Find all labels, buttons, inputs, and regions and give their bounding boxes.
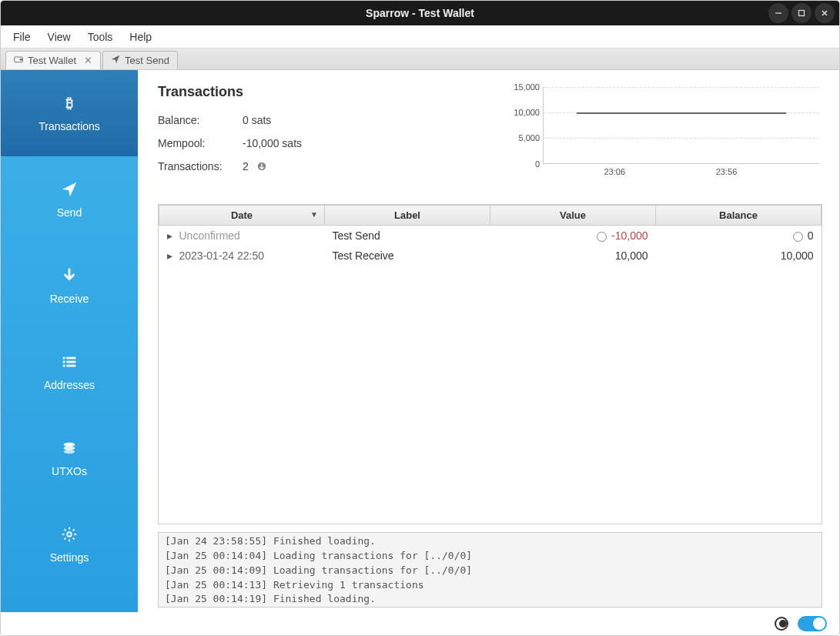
page-title: Transactions [158, 84, 481, 100]
col-date[interactable]: Date▼ [159, 206, 325, 226]
tab-label: Test Wallet [28, 55, 76, 66]
unconfirmed-ring-icon [597, 232, 607, 242]
theme-toggle-icon[interactable] [775, 617, 788, 631]
transactions-table: Date▼ Label Value Balance ▸Unconfirmed T… [158, 204, 822, 524]
send-icon [61, 181, 78, 200]
balance-chart: 15,000 10,000 5,000 0 23:06 23:56 [503, 84, 822, 184]
svg-rect-8 [66, 360, 75, 363]
receive-icon [61, 267, 78, 286]
document-tab-strip: Test Wallet ✕ Test Send [1, 49, 839, 70]
expand-icon[interactable]: ▸ [167, 249, 175, 262]
svg-rect-3 [20, 59, 23, 60]
titlebar: Sparrow - Test Wallet [1, 1, 839, 25]
chart-ytick: 5,000 [506, 133, 540, 142]
expand-icon[interactable]: ▸ [167, 229, 175, 242]
table-row[interactable]: ▸2023-01-24 22:50 Test Receive 10,000 10… [159, 246, 822, 266]
sidebar-item-label: Receive [50, 293, 89, 305]
svg-text:₿: ₿ [65, 95, 73, 111]
sidebar-item-transactions[interactable]: ₿ Transactions [1, 70, 138, 156]
balance-label: Balance: [158, 114, 243, 126]
list-icon [61, 353, 78, 373]
menubar: File View Tools Help [1, 25, 839, 49]
col-value[interactable]: Value [490, 206, 656, 226]
cell-balance: 0 [808, 229, 814, 242]
svg-rect-0 [775, 13, 781, 14]
window-title: Sparrow - Test Wallet [366, 7, 474, 19]
close-tab-icon[interactable]: ✕ [84, 55, 92, 66]
log-line: [Jan 25 00:14:13] Retrieving 1 transacti… [165, 579, 424, 591]
sidebar-item-addresses[interactable]: Addresses [1, 329, 138, 415]
log-console[interactable]: [Jan 24 23:58:55] Finished loading. [Jan… [158, 532, 822, 608]
chart-series-line [577, 112, 786, 114]
sort-desc-icon: ▼ [310, 210, 318, 219]
mempool-value: -10,000 sats [243, 137, 302, 149]
tab-test-wallet[interactable]: Test Wallet ✕ [5, 51, 101, 69]
maximize-button[interactable] [791, 3, 812, 23]
cell-value: -10,000 [611, 229, 648, 242]
mempool-label: Mempool: [158, 137, 243, 149]
cell-date: 2023-01-24 22:50 [179, 249, 265, 262]
sidebar-item-label: Transactions [38, 120, 100, 132]
svg-rect-6 [66, 356, 75, 359]
transactions-label: Transactions: [158, 160, 243, 172]
send-icon [111, 55, 120, 66]
cell-label: Test Receive [333, 249, 394, 262]
svg-point-13 [64, 449, 75, 454]
cell-date: Unconfirmed [179, 229, 240, 242]
table-row[interactable]: ▸Unconfirmed Test Send -10,000 0 [159, 226, 822, 246]
transactions-value: 2 [243, 160, 249, 172]
sidebar-item-label: Addresses [44, 379, 95, 391]
tab-test-send[interactable]: Test Send [102, 51, 178, 69]
wallet-icon [14, 55, 23, 66]
svg-rect-10 [66, 364, 75, 367]
svg-point-14 [67, 532, 72, 537]
log-line: [Jan 25 00:14:09] Loading transactions f… [165, 564, 472, 576]
unconfirmed-ring-icon [793, 232, 803, 242]
sidebar-item-label: Send [57, 206, 82, 219]
menu-tools[interactable]: Tools [88, 31, 113, 43]
col-balance[interactable]: Balance [656, 206, 822, 226]
tab-label: Test Send [125, 55, 169, 66]
minimize-button[interactable] [768, 3, 788, 23]
chart-ytick: 0 [506, 159, 540, 169]
sidebar-item-label: Settings [50, 551, 89, 564]
bitcoin-icon: ₿ [61, 95, 78, 114]
coins-icon [61, 440, 78, 459]
cell-value: 10,000 [615, 249, 648, 262]
col-label[interactable]: Label [325, 206, 490, 226]
log-line: [Jan 24 23:58:55] Finished loading. [165, 535, 376, 547]
cell-label: Test Send [333, 229, 380, 242]
statusbar [1, 612, 839, 635]
refresh-icon[interactable] [256, 161, 267, 172]
sidebar: ₿ Transactions Send Receive Ad [1, 70, 138, 612]
sidebar-item-settings[interactable]: Settings [1, 501, 138, 587]
svg-rect-1 [799, 11, 805, 16]
menu-view[interactable]: View [48, 31, 71, 43]
cell-balance: 10,000 [781, 249, 814, 262]
sidebar-item-utxos[interactable]: UTXOs [1, 415, 138, 501]
sidebar-item-label: UTXOs [52, 465, 87, 477]
sidebar-item-send[interactable]: Send [1, 156, 138, 243]
svg-rect-7 [63, 360, 65, 363]
sidebar-item-receive[interactable]: Receive [1, 243, 138, 329]
chart-ytick: 10,000 [506, 108, 540, 117]
balance-value: 0 sats [243, 114, 271, 126]
close-button[interactable] [815, 3, 835, 23]
svg-rect-5 [63, 356, 65, 359]
chart-xtick: 23:06 [604, 167, 625, 176]
chart-ytick: 15,000 [506, 82, 540, 92]
log-line: [Jan 25 00:14:19] Finished loading. [165, 593, 376, 604]
menu-file[interactable]: File [13, 31, 31, 43]
gear-icon [61, 526, 78, 545]
svg-rect-9 [63, 364, 65, 367]
log-line: [Jan 25 00:14:04] Loading transactions f… [165, 550, 472, 561]
menu-help[interactable]: Help [129, 31, 152, 43]
chart-xtick: 23:56 [716, 167, 738, 176]
connection-toggle[interactable] [798, 616, 827, 631]
